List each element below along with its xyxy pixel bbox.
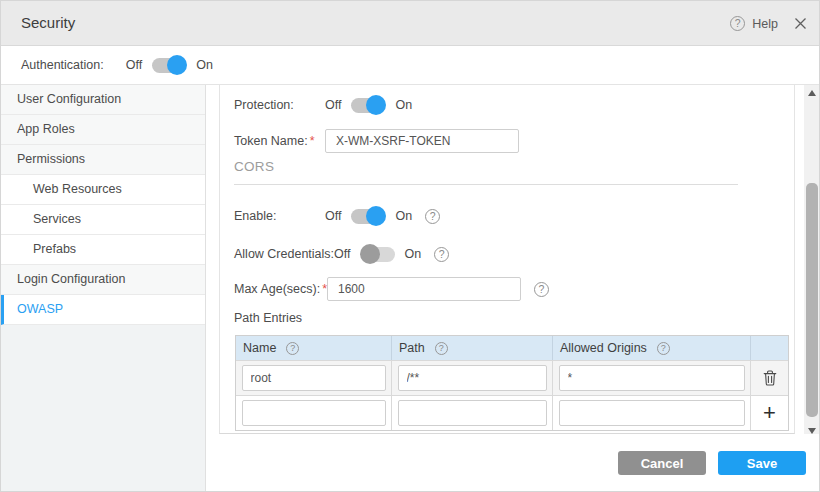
enable-off-label: Off [325, 209, 341, 223]
sidebar-item-web-resources[interactable]: Web Resources [1, 175, 205, 205]
help-icon[interactable]: ? [286, 342, 299, 355]
path-entry-name-input[interactable] [242, 400, 386, 426]
sidebar-item-login-configuration[interactable]: Login Configuration [1, 265, 205, 295]
table-row [236, 360, 788, 395]
content-scrollbar[interactable] [804, 85, 820, 439]
enable-toggle[interactable] [351, 209, 385, 224]
authentication-off-label: Off [126, 58, 142, 72]
allow-credentials-label: Allow Credentials: [234, 247, 334, 261]
enable-on-label: On [395, 209, 412, 223]
security-dialog: Security ? Help Authentication: Off On U… [0, 0, 820, 492]
token-name-label: Token Name:* [234, 134, 325, 148]
max-age-label: Max Age(secs):* [234, 282, 327, 296]
path-entries-table: Name? Path? Allowed Origins? [235, 335, 789, 431]
required-marker: * [310, 134, 315, 148]
enable-label: Enable: [234, 209, 325, 223]
table-row: + [236, 395, 788, 430]
section-divider [234, 184, 738, 185]
save-button[interactable]: Save [718, 451, 806, 475]
sidebar-item-services[interactable]: Services [1, 205, 205, 235]
authentication-on-label: On [196, 58, 213, 72]
sidebar-item-owasp[interactable]: OWASP [1, 295, 205, 325]
path-entry-path-input[interactable] [398, 400, 547, 426]
allow-credentials-row: Allow Credentials: Off On ? [234, 242, 449, 266]
help-icon[interactable]: ? [434, 247, 449, 262]
path-entry-path-input[interactable] [398, 365, 547, 391]
page-title: Security [21, 14, 75, 31]
delete-row-button[interactable] [751, 361, 788, 395]
close-icon[interactable] [794, 17, 807, 30]
add-row-button[interactable]: + [751, 396, 788, 430]
column-header-allowed-origins: Allowed Origins? [553, 336, 751, 360]
help-icon[interactable]: ? [730, 16, 745, 31]
column-header-path: Path? [392, 336, 553, 360]
sidebar: User Configuration App Roles Permissions… [1, 85, 206, 492]
sidebar-item-prefabs[interactable]: Prefabs [1, 235, 205, 265]
plus-icon: + [763, 402, 776, 424]
sidebar-item-permissions[interactable]: Permissions [1, 145, 205, 175]
dialog-footer: Cancel Save [207, 434, 820, 492]
token-name-input[interactable] [325, 129, 519, 153]
sidebar-item-app-roles[interactable]: App Roles [1, 115, 205, 145]
cancel-button[interactable]: Cancel [618, 451, 706, 475]
protection-toggle[interactable] [351, 98, 385, 113]
dialog-header: Security ? Help [1, 1, 820, 46]
sidebar-item-user-configuration[interactable]: User Configuration [1, 85, 205, 115]
allow-credentials-on-label: On [405, 247, 422, 261]
column-header-name: Name? [236, 336, 392, 360]
scrollbar-thumb[interactable] [806, 183, 818, 417]
help-icon[interactable]: ? [534, 282, 549, 297]
path-entry-name-input[interactable] [242, 365, 386, 391]
help-icon[interactable]: ? [425, 209, 440, 224]
protection-on-label: On [395, 98, 412, 112]
protection-off-label: Off [325, 98, 341, 112]
owasp-settings-panel: Protection: Off On Token Name:* CORS Ena… [219, 85, 795, 434]
authentication-label: Authentication: [21, 58, 104, 72]
allow-credentials-toggle[interactable] [361, 247, 395, 262]
authentication-bar: Authentication: Off On [1, 46, 820, 85]
help-label[interactable]: Help [752, 17, 778, 31]
cors-enable-row: Enable: Off On ? [234, 204, 440, 228]
cors-section-heading: CORS [234, 159, 274, 174]
trash-icon [763, 370, 777, 386]
max-age-row: Max Age(secs):* ? [234, 277, 549, 301]
allow-credentials-off-label: Off [334, 247, 350, 261]
help-icon[interactable]: ? [657, 342, 670, 355]
help-icon[interactable]: ? [435, 342, 448, 355]
protection-label: Protection: [234, 98, 325, 112]
table-header-row: Name? Path? Allowed Origins? [236, 336, 788, 360]
path-entries-label: Path Entries [234, 311, 302, 325]
token-name-row: Token Name:* [234, 129, 519, 153]
max-age-input[interactable] [327, 277, 521, 301]
scroll-up-arrow-icon[interactable] [808, 90, 816, 96]
column-header-actions [751, 336, 788, 360]
protection-row: Protection: Off On [234, 93, 412, 117]
authentication-toggle[interactable] [152, 58, 186, 73]
path-entry-origins-input[interactable] [559, 400, 745, 426]
path-entry-origins-input[interactable] [559, 365, 745, 391]
